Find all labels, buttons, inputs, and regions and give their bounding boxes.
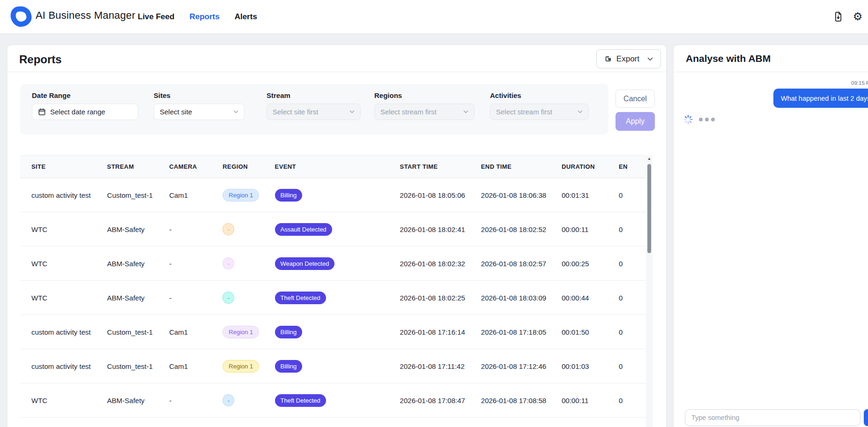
filter-label-activities: Activities — [490, 91, 589, 99]
scroll-up-arrow-icon[interactable]: ▲ — [646, 156, 653, 162]
region-badge: - — [223, 257, 234, 270]
calendar-icon — [38, 108, 46, 116]
nav-item-reports[interactable]: Reports — [189, 12, 219, 22]
table-row[interactable]: WTCABM-Safety--Theft Detected2026-01-08 … — [20, 281, 646, 315]
app-logo-icon — [9, 4, 33, 29]
event-badge: Weapon Detected — [275, 257, 335, 270]
nav-item-live-feed[interactable]: Live Feed — [138, 12, 174, 22]
cell-start: 2026-01-08 18:02:32 — [400, 260, 481, 268]
cell-end: 2026-01-08 18:02:57 — [481, 260, 562, 268]
cell-duration: 00:01:50 — [562, 328, 619, 336]
chevron-down-icon — [233, 110, 238, 113]
cell-event: Billing — [275, 189, 400, 202]
cell-region: Region 1 — [223, 189, 274, 202]
cell-count: 0 — [619, 191, 646, 199]
analyse-title: Analyse with ABM — [686, 53, 771, 64]
event-badge: Billing — [275, 360, 303, 373]
regions-select: Select stream first — [374, 104, 475, 120]
cell-event: Weapon Detected — [275, 257, 400, 270]
cancel-button[interactable]: Cancel — [616, 90, 655, 108]
table-row[interactable]: custom activity testCustom_test-1Cam1Reg… — [20, 315, 646, 349]
column-header-en: EN — [619, 163, 646, 170]
cell-site: WTC — [20, 294, 107, 302]
column-header-stream: STREAM — [107, 163, 170, 170]
cell-duration: 00:00:11 — [562, 397, 619, 405]
cell-duration: 00:01:31 — [562, 191, 619, 199]
apply-button[interactable]: Apply — [616, 112, 655, 131]
table-row[interactable]: WTCABM-Safety--Assault Detected2026-01-0… — [20, 212, 646, 247]
export-button[interactable]: Export — [596, 49, 661, 68]
cell-camera: - — [169, 260, 223, 268]
spinner-icon — [683, 114, 693, 125]
download-report-icon[interactable] — [832, 11, 844, 22]
filter-field-regions: RegionsSelect stream first — [374, 91, 475, 120]
filter-label-date-range: Date Range — [32, 91, 138, 99]
cell-end: 2026-01-08 18:03:09 — [481, 294, 562, 302]
table-row[interactable]: WTCABM-Safety--Weapon Detected2026-01-08… — [20, 247, 646, 281]
sites-placeholder: Select site — [160, 108, 230, 116]
settings-gear-icon[interactable]: ⚙ — [852, 11, 863, 22]
activities-select: Select stream first — [490, 104, 589, 120]
column-header-duration: DURATION — [562, 163, 619, 170]
nav-item-alerts[interactable]: Alerts — [235, 12, 257, 22]
cell-end: 2026-01-08 18:06:38 — [481, 191, 562, 199]
cell-start: 2026-01-08 17:08:47 — [400, 397, 481, 405]
table-row[interactable]: WTCABM-Safety--Theft Detected2026-01-08 … — [20, 383, 646, 418]
cell-event: Billing — [275, 326, 400, 338]
filter-fields: Date RangeSelect date rangeSitesSelect s… — [32, 91, 589, 120]
cell-camera: Cam1 — [169, 362, 223, 370]
filter-label-stream: Stream — [267, 91, 361, 99]
cell-start: 2026-01-08 18:05:06 — [400, 191, 481, 199]
reports-panel: Reports Export Date RangeSelect date ran… — [7, 45, 667, 427]
screen: { "topbar": { "app_title": "AI Business … — [0, 0, 868, 427]
cell-event: Theft Detected — [275, 394, 400, 407]
export-label: Export — [616, 54, 639, 64]
scrollbar-thumb[interactable] — [647, 164, 651, 253]
table-row[interactable]: custom activity testCustom_test-1Cam1Reg… — [20, 178, 646, 212]
cell-count: 0 — [619, 362, 646, 370]
stream-select: Select site first — [267, 104, 361, 120]
cell-count: 0 — [619, 260, 646, 268]
analyse-panel: Analyse with ABM 09:15 PM What happened … — [673, 45, 868, 427]
regions-placeholder: Select stream first — [380, 108, 460, 116]
sites-select[interactable]: Select site — [154, 104, 245, 120]
table-row[interactable]: custom activity testCustom_test-1Cam1Reg… — [20, 349, 646, 383]
cell-duration: 00:01:03 — [562, 362, 619, 370]
cell-camera: - — [169, 397, 223, 405]
cell-duration: 00:00:25 — [562, 260, 619, 268]
region-badge: - — [223, 223, 234, 235]
table-scrollbar[interactable]: ▲ ▼ — [646, 156, 653, 427]
topbar-actions: ⚙ — [832, 0, 865, 33]
cell-duration: 00:00:11 — [562, 225, 619, 233]
send-button[interactable] — [864, 409, 868, 426]
cell-count: 0 — [619, 328, 646, 336]
date-range-select[interactable]: Select date range — [32, 104, 138, 120]
cell-event: Assault Detected — [275, 223, 400, 236]
table-body: custom activity testCustom_test-1Cam1Reg… — [20, 178, 646, 418]
assistant-loading — [683, 114, 715, 125]
filter-label-sites: Sites — [154, 91, 245, 99]
region-badge: Region 1 — [223, 326, 259, 338]
user-message-text: What happened in last 2 days? — [781, 95, 868, 102]
cell-region: Region 1 — [223, 326, 274, 338]
chevron-down-icon — [647, 57, 653, 61]
cell-site: custom activity test — [20, 362, 107, 370]
typing-dots-icon — [699, 118, 715, 121]
cell-end: 2026-01-08 17:12:46 — [481, 362, 562, 370]
chat-input-placeholder: Type something — [691, 414, 739, 421]
cell-start: 2026-01-08 17:16:14 — [400, 328, 481, 336]
cell-stream: ABM-Safety — [107, 260, 170, 268]
user-message-bubble: What happened in last 2 days? — [773, 89, 868, 108]
stream-placeholder: Select site first — [273, 108, 346, 116]
cell-region: Region 1 — [223, 360, 274, 373]
cell-site: WTC — [20, 225, 107, 233]
app-title: AI Business Manager — [36, 9, 135, 22]
cell-camera: - — [169, 294, 223, 302]
filter-field-sites: SitesSelect site — [154, 91, 245, 120]
cell-count: 0 — [619, 225, 646, 233]
region-badge: - — [223, 394, 234, 406]
cell-site: custom activity test — [20, 328, 107, 336]
chat-input[interactable]: Type something — [685, 409, 861, 426]
chevron-down-icon — [463, 110, 468, 113]
cell-site: WTC — [20, 397, 107, 405]
